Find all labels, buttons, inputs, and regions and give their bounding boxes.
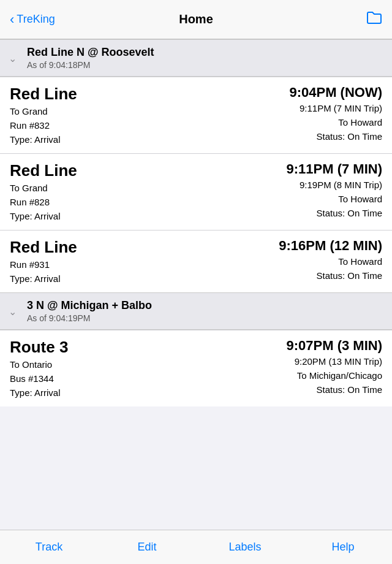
back-button[interactable]: ‹ TreKing [10,12,55,28]
tab-bar: Track Edit Labels Help [0,530,392,564]
direction: To Howard [338,192,382,205]
section-as-of: As of 9:04:18PM [27,60,382,70]
tab-edit[interactable]: Edit [98,530,196,564]
tab-edit-label: Edit [137,541,156,554]
route-name: Red Line [10,161,196,180]
red-line-routes: Red Line To Grand Run #832 Type: Arrival… [0,77,392,292]
route-type: Type: Arrival [10,210,196,223]
transit-left: Red Line Run #931 Type: Arrival [10,238,196,285]
arrival-time: 9:07PM (3 MIN) [287,338,382,354]
folder-icon[interactable] [366,11,382,28]
next-trip: 9:11PM (7 MIN Trip) [300,102,382,115]
transit-right: 9:16PM (12 MIN) To Howard Status: On Tim… [196,238,382,282]
direction: To Howard [338,116,382,129]
tab-help-label: Help [331,541,354,554]
route-run: Run #832 [10,119,196,132]
section-as-of: As of 9:04:19PM [27,313,382,323]
transit-left: Red Line To Grand Run #832 Type: Arrival [10,85,196,146]
route-run: Run #828 [10,196,196,208]
route-destination: To Grand [10,105,196,118]
nav-bar: ‹ TreKing Home [0,0,392,39]
arrival-time: 9:11PM (7 MIN) [287,161,382,177]
route-type: Type: Arrival [10,386,196,399]
transit-row[interactable]: Red Line Run #931 Type: Arrival 9:16PM (… [0,231,392,292]
chevron-down-icon: ⌄ [9,52,17,64]
route-run: Run #931 [10,258,196,271]
bus-3-routes: Route 3 To Ontario Bus #1344 Type: Arriv… [0,330,392,406]
chevron-down-icon: ⌄ [9,305,17,317]
transit-row[interactable]: Route 3 To Ontario Bus #1344 Type: Arriv… [0,330,392,406]
tab-labels[interactable]: Labels [196,530,294,564]
next-trip: 9:20PM (13 MIN Trip) [295,355,382,368]
transit-right: 9:04PM (NOW) 9:11PM (7 MIN Trip) To Howa… [196,85,382,143]
route-run: Bus #1344 [10,372,196,385]
direction: To Howard [338,255,382,268]
tab-help[interactable]: Help [294,530,392,564]
transit-right: 9:07PM (3 MIN) 9:20PM (13 MIN Trip) To M… [196,338,382,396]
arrival-time: 9:16PM (12 MIN) [279,238,382,254]
route-destination: To Ontario [10,358,196,371]
tab-track[interactable]: Track [0,530,98,564]
route-destination: To Grand [10,181,196,194]
section-header-red-line[interactable]: ⌄ Red Line N @ Roosevelt As of 9:04:18PM [0,39,392,77]
chevron-left-icon: ‹ [10,12,14,28]
route-type: Type: Arrival [10,133,196,146]
status: Status: On Time [316,130,382,143]
tab-labels-label: Labels [228,541,261,554]
tab-track-label: Track [36,541,62,554]
arrival-time: 9:04PM (NOW) [289,85,382,101]
route-type: Type: Arrival [10,272,196,285]
page-title: Home [179,12,213,26]
transit-right: 9:11PM (7 MIN) 9:19PM (8 MIN Trip) To Ho… [196,161,382,219]
route-name: Red Line [10,85,196,104]
next-trip: 9:19PM (8 MIN Trip) [300,178,382,191]
direction: To Michigan/Chicago [297,369,382,382]
status: Status: On Time [316,207,382,219]
route-name: Red Line [10,238,196,257]
section-title: Red Line N @ Roosevelt [27,46,382,59]
transit-left: Route 3 To Ontario Bus #1344 Type: Arriv… [10,338,196,399]
section-header-bus-3[interactable]: ⌄ 3 N @ Michigan + Balbo As of 9:04:19PM [0,292,392,330]
transit-row[interactable]: Red Line To Grand Run #832 Type: Arrival… [0,77,392,154]
transit-row[interactable]: Red Line To Grand Run #828 Type: Arrival… [0,154,392,231]
section-title: 3 N @ Michigan + Balbo [27,299,382,312]
transit-left: Red Line To Grand Run #828 Type: Arrival [10,161,196,223]
route-name: Route 3 [10,338,196,357]
status: Status: On Time [316,269,382,282]
status: Status: On Time [316,383,382,396]
back-label: TreKing [17,13,55,26]
